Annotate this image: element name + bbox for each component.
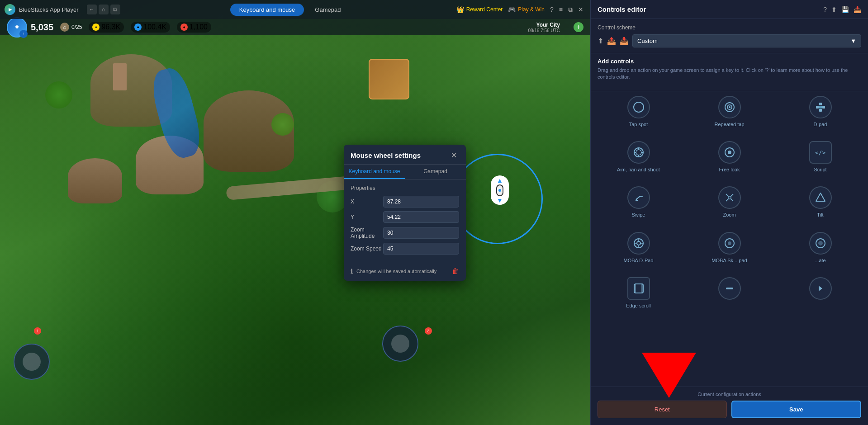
svg-point-3 [729, 106, 730, 108]
panel-bottom: Current configuration actions Reset Save [591, 387, 868, 425]
svg-point-0 [634, 102, 644, 112]
bluestacks-logo: ▶ [5, 4, 15, 15]
dialog-footer: ℹ Changes will be saved automatically 🗑 [344, 264, 466, 281]
moba-skillpad-icon [718, 232, 741, 255]
dpad-icon [809, 96, 832, 118]
dialog-close-button[interactable]: ✕ [449, 150, 459, 161]
svg-marker-22 [816, 193, 825, 201]
input-x[interactable] [383, 196, 459, 208]
zoom-icon [718, 186, 741, 209]
hud-plus-btn[interactable]: + [574, 22, 583, 32]
control-item12[interactable]: ...ate [777, 227, 863, 268]
scroll-up-arrow: ▲ [497, 177, 503, 184]
nav-buttons: ← ⌂ ⧉ [83, 5, 124, 14]
svg-point-16 [728, 151, 731, 154]
save-button[interactable]: Save [731, 401, 862, 418]
info-icon: ℹ [351, 268, 353, 275]
play-win-button[interactable]: 🎮 Play & Win [508, 6, 545, 13]
footer-text: Changes will be saved automatically [356, 269, 448, 274]
controls-scroll-area[interactable]: Tap spot Repeated tap [591, 91, 868, 345]
add-controls-section: Add controls Drag and drop an action on … [591, 53, 868, 91]
blue-resource: ● 100.4K [131, 22, 170, 33]
label-y: Y [351, 214, 383, 220]
control-item15[interactable] [777, 273, 863, 313]
control-edge-scroll[interactable]: Edge scroll [595, 273, 682, 313]
control-script[interactable]: </> Script [777, 137, 863, 177]
dialog-tab-gamepad[interactable]: Gamepad [405, 165, 466, 179]
avatar-badge: ↑ [19, 30, 28, 38]
scroll-mouse-icon: ▲ ▼ [491, 175, 509, 205]
control-zoom[interactable]: Zoom [686, 182, 773, 222]
repeated-tap-label: Repeated tap [714, 121, 744, 128]
dialog-tab-keyboard[interactable]: Keyboard and mouse [344, 165, 405, 179]
back-button[interactable]: ← [87, 5, 97, 14]
building-4 [68, 158, 122, 203]
svg-rect-21 [728, 196, 731, 199]
input-zoom-amplitude[interactable] [383, 227, 459, 239]
restore-icon[interactable]: ⧉ [568, 6, 573, 14]
hud-bar: ✦ ↑ 5,035 ⌂ 0/25 ● 96.3K ● 100.4K ♦ 1,10… [0, 19, 590, 35]
tab-gamepad[interactable]: Gamepad [306, 4, 350, 16]
repeated-tap-icon [718, 96, 741, 118]
gem-icon: ♦ [180, 24, 188, 31]
scheme-section: Control scheme ⬆ 📤 📥 Custom ▼ [591, 19, 868, 53]
label-zoom-amplitude: Zoom Amplitude [351, 227, 383, 239]
delete-button[interactable]: 🗑 [452, 267, 459, 275]
input-zoom-speed[interactable] [383, 243, 459, 255]
scheme-import-icon[interactable]: 📥 [620, 37, 629, 45]
scheme-export-icon[interactable]: 📤 [607, 37, 616, 45]
building-icon: ⌂ [60, 23, 69, 32]
svg-rect-35 [641, 284, 643, 293]
control-free-look[interactable]: Free look [686, 137, 773, 177]
help-panel-icon[interactable]: ? [823, 6, 827, 13]
tabs-button[interactable]: ⧉ [110, 5, 120, 14]
reward-center-button[interactable]: 👑 Reward Center [456, 6, 503, 13]
save-scheme-icon[interactable]: 💾 [841, 6, 849, 13]
close-icon[interactable]: ✕ [578, 6, 583, 13]
scheme-dropdown[interactable]: Custom ▼ [632, 34, 861, 47]
control-swipe[interactable]: Swipe [595, 182, 682, 222]
import-icon[interactable]: 📥 [854, 6, 861, 13]
control-moba-dpad[interactable]: MOBA D-Pad [595, 227, 682, 268]
svg-point-30 [728, 241, 731, 245]
city-time: 08/16 7:56 UTC [528, 28, 560, 33]
help-icon[interactable]: ? [550, 6, 554, 13]
control-dpad[interactable]: D-pad [777, 91, 863, 132]
building-1-tower [113, 63, 127, 90]
svg-point-32 [818, 241, 823, 246]
control-item14[interactable] [686, 273, 773, 313]
control-aim-pan-shoot[interactable]: Aim, pan and shoot [595, 137, 682, 177]
tree-1 [45, 81, 72, 109]
script-label: Script [814, 166, 826, 173]
aim-pan-shoot-label: Aim, pan and shoot [617, 166, 660, 173]
svg-rect-4 [819, 103, 822, 105]
blue-res-icon: ● [134, 24, 142, 31]
logo-area: ▶ BlueStacks App Player [0, 4, 83, 15]
control-repeated-tap[interactable]: Repeated tap [686, 91, 773, 132]
item15-icon [809, 277, 832, 300]
tilt-icon [809, 186, 832, 209]
game-background: ▲ ▼ 1 3 [0, 0, 590, 425]
main-tabs: Keyboard and mouse Gamepad [124, 4, 456, 16]
item14-icon [718, 277, 741, 300]
score-value: 5,035 [31, 22, 53, 33]
control-tilt[interactable]: Tilt [777, 182, 863, 222]
add-controls-title: Add controls [598, 58, 861, 65]
dialog-tabs: Keyboard and mouse Gamepad [344, 165, 466, 179]
svg-rect-34 [634, 284, 636, 293]
home-button[interactable]: ⌂ [99, 5, 109, 14]
tab-keyboard-mouse[interactable]: Keyboard and mouse [230, 4, 304, 16]
bottom-right-icon [382, 326, 418, 362]
svg-rect-7 [822, 106, 825, 109]
field-zoom-amplitude: Zoom Amplitude [351, 227, 459, 239]
reset-button[interactable]: Reset [598, 401, 727, 418]
input-y[interactable] [383, 211, 459, 223]
upload-icon[interactable]: ⬆ [831, 6, 837, 13]
tap-spot-icon [627, 96, 650, 118]
moba-dpad-icon [627, 232, 650, 255]
bottom-left-icon [14, 344, 50, 380]
menu-icon[interactable]: ≡ [559, 6, 563, 13]
control-tap-spot[interactable]: Tap spot [595, 91, 682, 132]
scheme-share-icon[interactable]: ⬆ [598, 37, 603, 45]
control-moba-skillpad[interactable]: MOBA Sk... pad [686, 227, 773, 268]
